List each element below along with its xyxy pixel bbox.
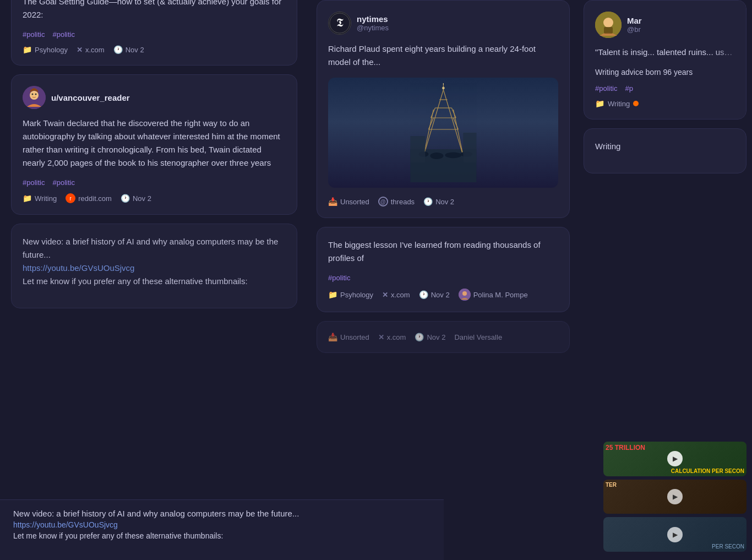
tag-politic-5[interactable]: #politic: [328, 274, 350, 282]
vid-date-label: Nov 2: [427, 333, 445, 341]
svg-rect-27: [463, 133, 476, 162]
mid-date-meta: 🕐 Nov 2: [419, 290, 450, 299]
vid-author: Daniel Versalle: [454, 333, 502, 341]
play-icon-1[interactable]: ▶: [667, 451, 683, 466]
right-writing-meta: 📁 Writing: [595, 99, 639, 108]
folder-icon-2: 📁: [23, 194, 32, 203]
top-card-meta: 📁 Psyhology ✕ x.com 🕐 Nov 2: [23, 45, 286, 54]
mid-date-label: Nov 2: [431, 291, 450, 299]
video-thumbnails-area: 25 TRILLION CALCULATION PER SECON ▶ TER …: [598, 436, 752, 557]
svg-rect-33: [604, 27, 613, 34]
date-label: Nov 2: [126, 46, 144, 54]
nyt-date-label: Nov 2: [435, 198, 454, 206]
avatar: [23, 86, 46, 109]
x-icon-2: ✕: [382, 291, 388, 299]
play-icon-2[interactable]: ▶: [667, 489, 683, 504]
main-card-meta: 📁 Writing r reddit.com 🕐 Nov 2: [23, 193, 286, 203]
folder-meta: 📁 Psyhology: [23, 45, 68, 54]
inbox-icon: 📥: [328, 197, 337, 206]
source-meta: ✕ x.com: [77, 46, 105, 54]
svg-point-21: [442, 87, 445, 90]
vid-date: 🕐 Nov 2: [415, 333, 445, 341]
threads-label: threads: [391, 198, 415, 206]
nyt-handle: @nytimes: [357, 24, 389, 32]
svg-line-11: [453, 110, 463, 156]
right-meta: 📁 Writing: [595, 99, 735, 108]
clock-icon-3: 🕐: [423, 197, 433, 206]
tag-politic-6[interactable]: #politic: [595, 84, 617, 93]
main-date-label: Nov 2: [133, 194, 151, 203]
writing-label-text: Writing: [35, 194, 57, 203]
reddit-icon: r: [66, 193, 75, 203]
right-avatar: [595, 12, 622, 38]
tag-politic-4[interactable]: #politic: [52, 178, 74, 187]
threads-icon: @: [378, 197, 388, 206]
bottom-partial-left: New video: a brief history of AI and why…: [11, 224, 297, 308]
right-content: "Talent is insig... talented ruins... us…: [595, 46, 735, 59]
folder-icon-4: 📁: [595, 99, 604, 108]
clock-icon-2: 🕐: [121, 194, 130, 203]
tag-politic-2[interactable]: #politic: [52, 30, 74, 39]
left-column: The Goal Setting Guide—how to set (& act…: [0, 0, 308, 560]
top-partial-card: The Goal Setting Guide—how to set (& act…: [11, 0, 297, 66]
svg-point-23: [430, 153, 443, 159]
clock-icon-5: 🕐: [415, 333, 424, 341]
tag-politic-1[interactable]: #politic: [23, 30, 45, 39]
mid-author-meta: Polina M. Pompe: [459, 289, 528, 301]
vancouver-reader-card: u/vancouver_reader Mark Twain declared t…: [11, 74, 297, 215]
post-content: Mark Twain declared that he discovered t…: [23, 117, 286, 170]
nyt-threads-meta: @ threads: [378, 197, 415, 206]
vid-author-label: Daniel Versalle: [454, 333, 502, 341]
thumbnail-2[interactable]: TER ▶: [603, 480, 746, 514]
mid-bottom-meta: 📁 Psyhology ✕ x.com 🕐 Nov 2: [328, 289, 558, 301]
nyt-folder-label: Unsorted: [340, 198, 369, 206]
author-avatar: [459, 289, 471, 301]
right-writing-content: Writing: [595, 140, 735, 153]
thumbnail-label-4: PER SECON: [712, 543, 744, 550]
main-date-meta: 🕐 Nov 2: [121, 194, 151, 203]
thumbnail-3[interactable]: PER SECON ▶: [603, 517, 746, 552]
x-icon: ✕: [77, 46, 83, 54]
orange-dot: [633, 101, 639, 106]
nytimes-card: 𝕿 nytimes @nytimes Richard Plaud spent e…: [317, 0, 570, 218]
thumbnail-1[interactable]: 25 TRILLION CALCULATION PER SECON ▶: [603, 442, 746, 476]
svg-point-30: [462, 291, 467, 296]
svg-point-2: [32, 94, 34, 95]
main-card-tags: #politic #politic: [23, 178, 286, 187]
mid-source-meta: ✕ x.com: [382, 291, 410, 299]
mid-bottom-text: The biggest lesson I've learned from rea…: [328, 240, 541, 263]
x-icon-3: ✕: [378, 333, 384, 341]
top-card-title: The Goal Setting Guide—how to set (& act…: [23, 0, 286, 21]
svg-text:𝕿: 𝕿: [336, 16, 344, 29]
mid-video-card: 📥 Unsorted ✕ x.com 🕐 Nov 2 Daniel Versal…: [317, 321, 570, 353]
bottom-strip-line1: New video: a brief history of AI and why…: [13, 509, 431, 518]
mid-bottom-content: The biggest lesson I've learned from rea…: [328, 238, 558, 265]
mid-bottom-card: The biggest lesson I've learned from rea…: [317, 227, 570, 312]
mid-bottom-tags: #politic: [328, 274, 558, 282]
vid-folder: 📥 Unsorted: [328, 333, 369, 341]
nyt-user-info: nytimes @nytimes: [357, 14, 389, 32]
svg-point-3: [35, 94, 37, 95]
play-icon-3[interactable]: ▶: [667, 527, 683, 542]
folder-icon-3: 📁: [328, 290, 337, 299]
clock-icon: 🕐: [113, 45, 123, 54]
right-writing-label: Writing: [608, 100, 630, 108]
writing-advice-label: Writing advice born 96 years: [595, 68, 693, 77]
vid-folder-label: Unsorted: [340, 333, 369, 341]
bottom-line2: https://youtu.be/GVsUOuSjvcg: [23, 263, 134, 273]
tag-p[interactable]: #p: [625, 84, 633, 93]
username: u/vancouver_reader: [51, 93, 130, 102]
mid-folder-meta: 📁 Psyhology: [328, 290, 373, 299]
bottom-line3: Let me know if you prefer any of these a…: [23, 276, 248, 286]
date-meta: 🕐 Nov 2: [113, 45, 144, 54]
right-user-row: Mar @br: [595, 12, 735, 38]
avatar-svg: [23, 86, 46, 109]
svg-point-32: [603, 18, 613, 28]
tag-politic-3[interactable]: #politic: [23, 178, 45, 187]
svg-line-18: [431, 108, 435, 118]
right-main-card: Mar @br "Talent is insig... talented rui…: [584, 0, 746, 119]
right-writing-card: Writing: [584, 128, 746, 173]
user-row: u/vancouver_reader: [23, 86, 286, 109]
right-handle: @br: [627, 25, 642, 34]
svg-rect-26: [410, 136, 425, 162]
